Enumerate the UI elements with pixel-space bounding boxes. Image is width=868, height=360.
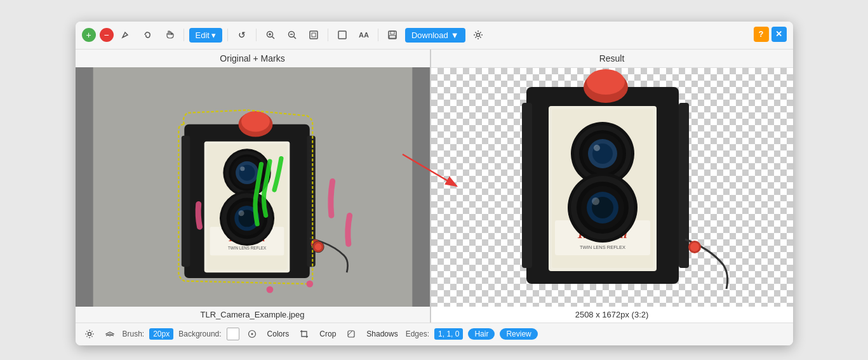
save-button[interactable] — [384, 26, 401, 44]
hand-button[interactable] — [161, 26, 178, 44]
svg-point-36 — [230, 201, 264, 235]
svg-rect-15 — [93, 67, 412, 307]
background-label: Background: — [178, 330, 221, 338]
svg-point-38 — [238, 210, 255, 227]
result-image-svg: Imperial TWIN LENS REFLEX — [431, 68, 793, 307]
svg-point-44 — [314, 243, 321, 250]
svg-text:TWIN LENS REFLEX: TWIN LENS REFLEX — [579, 244, 625, 250]
svg-rect-18 — [307, 135, 315, 266]
original-image-svg: Imperial TWIN LENS REFLEX — [76, 67, 430, 307]
svg-rect-8 — [312, 33, 316, 37]
lasso-button[interactable] — [139, 26, 157, 44]
svg-point-29 — [230, 156, 262, 188]
svg-point-13 — [476, 34, 479, 37]
brush-size: 20px — [149, 328, 173, 340]
left-panel: Original + Marks — [76, 50, 431, 323]
shadows-button[interactable]: Shadows — [364, 328, 400, 340]
result-title: Result — [431, 50, 793, 68]
svg-point-20 — [241, 111, 270, 131]
dimensions-label: 2508 x 1672px (3:2) — [431, 307, 793, 323]
svg-point-37 — [234, 206, 259, 230]
svg-point-42 — [266, 286, 273, 293]
separator-4 — [328, 29, 328, 41]
eraser-button[interactable] — [117, 26, 135, 44]
shadows-icon[interactable] — [344, 326, 359, 342]
remove-button[interactable]: − — [100, 28, 114, 42]
hair-button[interactable]: Hair — [468, 328, 495, 340]
svg-point-33 — [219, 190, 274, 245]
svg-rect-49 — [679, 103, 689, 268]
svg-point-31 — [239, 164, 255, 180]
settings-icon-button[interactable] — [82, 326, 97, 342]
separator-5 — [378, 29, 378, 41]
close-button[interactable]: ✕ — [771, 27, 787, 42]
filename-label: TLR_Camera_Example.jpeg — [76, 307, 430, 323]
svg-point-75 — [251, 333, 253, 335]
brush-label: Brush: — [123, 330, 145, 338]
svg-rect-9 — [338, 31, 346, 39]
svg-point-19 — [238, 112, 272, 137]
svg-text:TWIN LENS REFLEX: TWIN LENS REFLEX — [227, 246, 266, 250]
zoom-in-button[interactable] — [262, 26, 279, 44]
svg-point-30 — [236, 161, 258, 184]
right-panel: Result Imperial — [431, 50, 793, 323]
svg-point-34 — [222, 193, 272, 243]
help-button[interactable]: ? — [754, 27, 769, 42]
edges-value: 1, 1, 0 — [434, 328, 463, 340]
font-button[interactable]: AA — [355, 26, 373, 44]
colors-button[interactable]: Colors — [265, 328, 292, 340]
original-canvas[interactable]: Imperial TWIN LENS REFLEX — [76, 67, 430, 307]
svg-line-46 — [403, 154, 457, 186]
undo-button[interactable]: ↺ — [233, 26, 251, 44]
colors-icon[interactable] — [244, 326, 260, 342]
background-swatch[interactable] — [227, 328, 239, 340]
bottom-toolbar: Brush: 20px Background: Colors Crop Shad… — [76, 323, 793, 345]
svg-line-3 — [272, 37, 274, 39]
svg-rect-48 — [522, 103, 532, 268]
zoom-out-button[interactable] — [283, 26, 301, 44]
svg-rect-16 — [184, 124, 309, 277]
svg-point-32 — [240, 166, 244, 171]
svg-point-51 — [587, 69, 625, 95]
add-button[interactable]: + — [82, 28, 96, 42]
crop-button[interactable]: Crop — [317, 328, 338, 340]
download-button[interactable]: Download ▼ — [405, 28, 465, 43]
separator-1 — [184, 29, 184, 41]
separator-3 — [256, 29, 257, 41]
text-format-button[interactable] — [333, 26, 351, 44]
app-window: ? ✕ + − Edit ▾ ↺ — [76, 22, 793, 345]
crop-icon[interactable] — [297, 326, 312, 342]
svg-rect-7 — [310, 31, 317, 39]
svg-point-63 — [594, 145, 600, 151]
svg-rect-21 — [204, 141, 290, 272]
svg-rect-17 — [181, 135, 189, 266]
main-content: Original + Marks — [76, 50, 793, 323]
svg-point-43 — [312, 241, 324, 252]
review-button[interactable]: Review — [500, 328, 537, 340]
svg-point-35 — [226, 197, 267, 239]
svg-point-41 — [306, 280, 313, 287]
layers-button[interactable] — [102, 326, 117, 342]
svg-rect-14 — [93, 67, 412, 307]
result-canvas[interactable]: Imperial TWIN LENS REFLEX — [431, 68, 793, 307]
edit-button[interactable]: Edit ▾ — [189, 28, 222, 43]
svg-point-70 — [592, 197, 599, 205]
settings-button[interactable] — [469, 26, 487, 44]
svg-point-27 — [225, 150, 268, 194]
svg-text:Imperial: Imperial — [228, 232, 265, 243]
top-toolbar: + − Edit ▾ ↺ — [76, 22, 793, 50]
left-panel-title: Original + Marks — [76, 50, 430, 67]
svg-rect-22 — [207, 144, 287, 269]
fit-button[interactable] — [305, 26, 323, 44]
svg-rect-12 — [389, 36, 396, 38]
svg-line-6 — [293, 37, 296, 39]
window-controls: ? ✕ — [754, 27, 787, 42]
separator-2 — [227, 29, 228, 41]
svg-rect-10 — [389, 31, 396, 39]
svg-point-73 — [88, 333, 91, 336]
svg-rect-23 — [210, 227, 284, 255]
svg-point-28 — [229, 154, 265, 190]
transition-arrow — [399, 151, 463, 189]
edges-label: Edges: — [406, 330, 429, 338]
svg-point-26 — [223, 149, 270, 196]
